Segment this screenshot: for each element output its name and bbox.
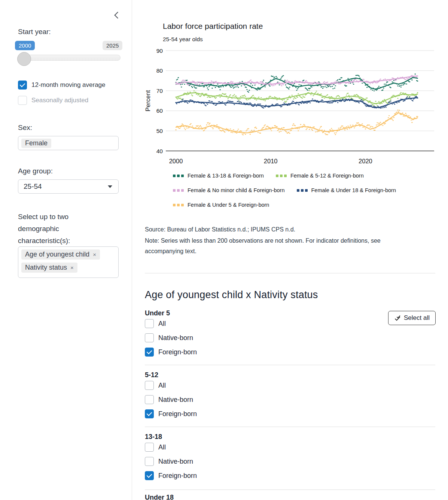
legend-label: Female & Under 18 & Foreign-born bbox=[311, 187, 396, 193]
option-checkbox[interactable] bbox=[145, 471, 154, 480]
moving-average-checkbox-row: 12-month moving average bbox=[18, 81, 106, 90]
demographics-label: Select up to two demographic characteris… bbox=[18, 211, 70, 247]
demographics-multiselect[interactable]: Age of youngest child × Nativity status … bbox=[18, 246, 119, 278]
option-checkbox[interactable] bbox=[145, 443, 154, 452]
legend-swatch bbox=[297, 189, 308, 192]
chip-label: Age of youngest child bbox=[25, 251, 89, 258]
chip-label: Nativity status bbox=[25, 264, 67, 272]
option-row: Native-born bbox=[145, 395, 193, 404]
option-checkbox[interactable] bbox=[145, 348, 154, 357]
sidebar-collapse-button[interactable] bbox=[112, 10, 122, 20]
chart-legend-row: Female & No minor child & Foreign-born F… bbox=[173, 187, 396, 193]
legend-label: Female & Under 5 & Foreign-born bbox=[188, 202, 269, 208]
demographics-label-line: demographic bbox=[18, 223, 70, 235]
start-year-slider-thumb[interactable] bbox=[17, 52, 31, 66]
option-checkbox[interactable] bbox=[145, 333, 154, 342]
option-label: All bbox=[158, 382, 166, 390]
check-icon bbox=[147, 410, 152, 416]
option-row: All bbox=[145, 319, 166, 328]
option-checkbox[interactable] bbox=[145, 381, 154, 390]
start-year-max-badge: 2025 bbox=[103, 41, 122, 50]
seasonally-adjusted-checkbox[interactable] bbox=[18, 96, 27, 105]
svg-text:2000: 2000 bbox=[169, 158, 183, 164]
svg-text:70: 70 bbox=[156, 88, 163, 94]
remove-chip-icon[interactable]: × bbox=[70, 265, 74, 270]
remove-chip-icon[interactable]: × bbox=[93, 252, 96, 257]
option-label: Foreign-born bbox=[158, 348, 197, 356]
option-row: Native-born bbox=[145, 333, 193, 342]
dashboard: { "sidebar": { "start_year": {"label": "… bbox=[0, 0, 448, 500]
svg-text:90: 90 bbox=[156, 48, 163, 54]
line-chart: 405060708090200020102020Percent bbox=[144, 44, 435, 169]
svg-text:Percent: Percent bbox=[144, 90, 151, 111]
start-year-label: Start year: bbox=[18, 28, 51, 36]
option-row: Native-born bbox=[145, 457, 193, 466]
group-title: 13-18 bbox=[145, 433, 162, 441]
select-all-label: Select all bbox=[404, 314, 430, 322]
section-heading: Age of youngest child x Nativity status bbox=[145, 289, 318, 301]
chart-subtitle: 25-54 year olds bbox=[163, 36, 203, 43]
svg-text:60: 60 bbox=[156, 107, 163, 114]
option-label: All bbox=[158, 443, 166, 451]
select-all-button[interactable]: Select all bbox=[388, 311, 436, 325]
legend-item: Female & Under 18 & Foreign-born bbox=[297, 187, 396, 193]
option-row: Foreign-born bbox=[145, 409, 197, 418]
sex-selected-chip[interactable]: Female bbox=[21, 139, 51, 148]
seasonally-adjusted-label: Seasonally adjusted bbox=[31, 97, 88, 104]
legend-item: Female & Under 5 & Foreign-born bbox=[173, 202, 269, 208]
note-text: accompanying text. bbox=[145, 248, 196, 255]
demographic-chip-nativity-status: Nativity status × bbox=[21, 263, 77, 273]
svg-text:40: 40 bbox=[156, 148, 163, 154]
demographics-label-line: Select up to two bbox=[18, 211, 70, 223]
source-text: Source: Bureau of Labor Statistics n.d.;… bbox=[145, 226, 295, 233]
age-group-label: Age group: bbox=[18, 167, 53, 175]
option-checkbox[interactable] bbox=[145, 395, 154, 404]
age-group-value: 25-54 bbox=[24, 182, 42, 191]
start-year-slider-track[interactable] bbox=[18, 55, 121, 61]
demographic-chip-age-of-youngest-child: Age of youngest child × bbox=[21, 249, 100, 260]
option-checkbox[interactable] bbox=[145, 409, 154, 418]
caret-down-icon bbox=[108, 185, 112, 188]
option-checkbox[interactable] bbox=[145, 319, 154, 328]
option-row: Foreign-born bbox=[145, 348, 197, 357]
chart-legend-row: Female & 13-18 & Foreign-born Female & 5… bbox=[173, 173, 364, 179]
sex-select[interactable]: Female bbox=[18, 136, 119, 150]
age-group-select[interactable]: 25-54 bbox=[18, 179, 119, 194]
option-label: Foreign-born bbox=[158, 410, 197, 418]
svg-text:2020: 2020 bbox=[359, 158, 372, 164]
check-icon bbox=[147, 349, 152, 354]
option-label: Native-born bbox=[158, 458, 193, 466]
option-label: Native-born bbox=[158, 334, 193, 342]
legend-label: Female & 13-18 & Foreign-born bbox=[188, 173, 264, 179]
option-row: All bbox=[145, 443, 166, 452]
group-title: Under 5 bbox=[145, 309, 170, 317]
legend-label: Female & No minor child & Foreign-born bbox=[188, 187, 285, 193]
double-check-icon bbox=[394, 315, 401, 322]
option-row: All bbox=[145, 381, 166, 390]
seasonally-adjusted-checkbox-row: Seasonally adjusted bbox=[18, 96, 88, 105]
group-title: 5-12 bbox=[145, 371, 158, 379]
check-icon bbox=[20, 82, 25, 87]
svg-text:80: 80 bbox=[156, 67, 163, 74]
option-checkbox[interactable] bbox=[145, 457, 154, 466]
moving-average-checkbox[interactable] bbox=[18, 81, 27, 90]
option-label: Native-born bbox=[158, 396, 193, 404]
chart-title: Labor force participation rate bbox=[163, 22, 263, 31]
option-label: Foreign-born bbox=[158, 472, 197, 480]
legend-item: Female & No minor child & Foreign-born bbox=[173, 187, 285, 193]
legend-item: Female & 5-12 & Foreign-born bbox=[276, 173, 364, 179]
sex-label: Sex: bbox=[18, 124, 32, 132]
section-divider bbox=[145, 273, 435, 273]
svg-text:50: 50 bbox=[156, 128, 163, 134]
option-row: Foreign-born bbox=[145, 471, 197, 480]
legend-item: Female & 13-18 & Foreign-born bbox=[173, 173, 264, 179]
chart-legend-row: Female & Under 5 & Foreign-born bbox=[173, 202, 269, 208]
legend-swatch bbox=[276, 175, 287, 177]
start-year-current-badge: 2000 bbox=[15, 41, 35, 50]
check-icon bbox=[147, 472, 152, 478]
demographics-label-line: characteristic(s): bbox=[18, 235, 70, 247]
svg-text:2010: 2010 bbox=[264, 158, 278, 164]
moving-average-label: 12-month moving average bbox=[31, 81, 106, 89]
note-text: Note: Series with less than 200 observat… bbox=[145, 237, 381, 244]
group-title: Under 18 bbox=[145, 494, 174, 500]
